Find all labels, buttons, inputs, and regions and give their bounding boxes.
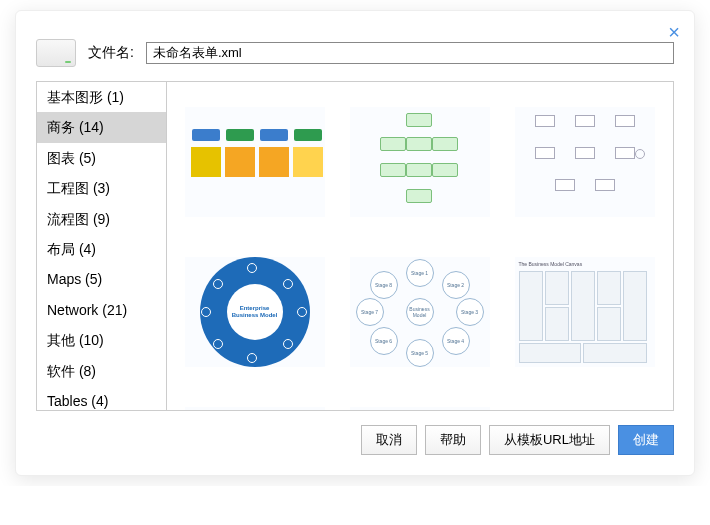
sidebar-item-category[interactable]: 其他 (10) <box>37 325 166 355</box>
sidebar-item-category[interactable]: 软件 (8) <box>37 356 166 386</box>
template-card[interactable]: Cell 1 Cell 2 Cell 3 <box>177 392 332 410</box>
disk-icon <box>36 39 76 67</box>
main-panel: 基本图形 (1)商务 (14)图表 (5)工程图 (3)流程图 (9)布局 (4… <box>36 81 674 411</box>
sidebar-item-category[interactable]: Maps (5) <box>37 264 166 294</box>
sidebar-item-category[interactable]: 基本图形 (1) <box>37 82 166 112</box>
filename-input[interactable] <box>146 42 674 64</box>
new-file-dialog: × 文件名: 基本图形 (1)商务 (14)图表 (5)工程图 (3)流程图 (… <box>15 10 695 476</box>
from-url-button[interactable]: 从模板URL地址 <box>489 425 610 455</box>
template-thumb-canvas: The Business Model Canvas <box>515 257 655 367</box>
sidebar-item-category[interactable]: Tables (4) <box>37 386 166 410</box>
category-sidebar: 基本图形 (1)商务 (14)图表 (5)工程图 (3)流程图 (9)布局 (4… <box>37 82 167 410</box>
template-thumb-business-model-wheel: Enterprise Business Model <box>185 257 325 367</box>
template-card[interactable]: The Business Model Canvas <box>507 242 662 382</box>
wheel-center-label: Enterprise Business Model <box>227 284 283 340</box>
close-icon[interactable]: × <box>668 21 680 44</box>
template-thumb-flowchart <box>515 107 655 217</box>
template-card[interactable] <box>342 92 497 232</box>
template-thumb-misc <box>350 407 490 410</box>
template-card[interactable] <box>507 92 662 232</box>
template-thumb-orgchart <box>350 107 490 217</box>
sidebar-item-category[interactable]: 流程图 (9) <box>37 204 166 234</box>
sidebar-item-category[interactable]: 商务 (14) <box>37 112 166 142</box>
filename-label: 文件名: <box>88 44 134 62</box>
cancel-button[interactable]: 取消 <box>361 425 417 455</box>
sidebar-item-category[interactable]: 图表 (5) <box>37 143 166 173</box>
template-thumb-stage-circle: Business Model Stage 1 Stage 2 Stage 3 S… <box>350 257 490 367</box>
stage-center: Business Model <box>406 298 434 326</box>
sidebar-item-category[interactable]: 布局 (4) <box>37 234 166 264</box>
template-card[interactable]: Business Model Stage 1 Stage 2 Stage 3 S… <box>342 242 497 382</box>
sidebar-item-category[interactable]: Network (21) <box>37 295 166 325</box>
help-button[interactable]: 帮助 <box>425 425 481 455</box>
template-thumb-cells: Cell 1 Cell 2 Cell 3 <box>185 407 325 410</box>
template-card[interactable] <box>177 92 332 232</box>
template-grid: Enterprise Business Model Business Model… <box>167 82 673 410</box>
dialog-footer: 取消 帮助 从模板URL地址 创建 <box>36 425 674 455</box>
filename-row: 文件名: <box>36 39 674 67</box>
template-card[interactable]: Enterprise Business Model <box>177 242 332 382</box>
template-thumb-arrows <box>185 107 325 217</box>
template-card[interactable] <box>342 392 497 410</box>
create-button[interactable]: 创建 <box>618 425 674 455</box>
sidebar-item-category[interactable]: 工程图 (3) <box>37 173 166 203</box>
